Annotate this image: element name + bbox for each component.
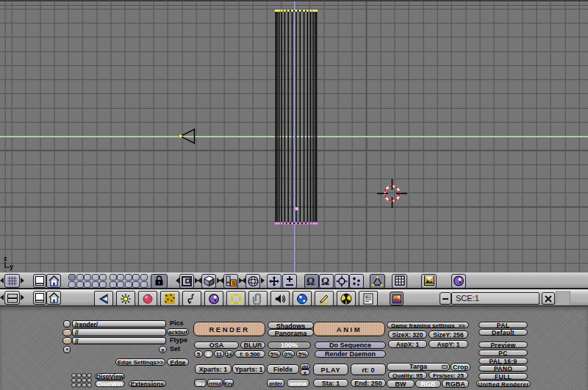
svg-text:Ω: Ω [306, 276, 315, 287]
svg-text:z: z [4, 255, 7, 262]
svg-text:y: y [10, 263, 13, 270]
svg-text:S: S [232, 280, 236, 286]
svg-text:Ω: Ω [321, 276, 329, 287]
